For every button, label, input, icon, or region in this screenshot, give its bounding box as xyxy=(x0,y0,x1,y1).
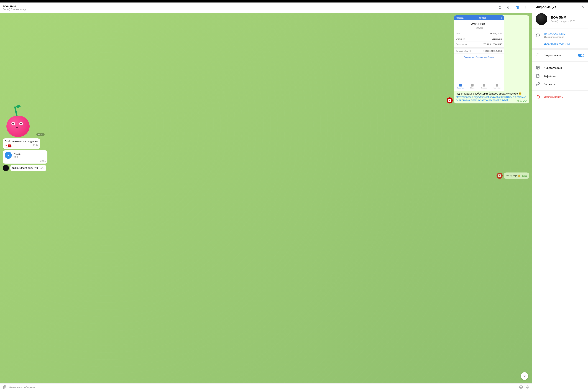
tx-row: ПолучательTDgHLrf...PBWbXUD xyxy=(454,42,504,47)
tx-tab: Браузер xyxy=(481,84,487,89)
message-input[interactable]: Написать сообщение... xyxy=(9,386,516,389)
notifications-label: Уведомления xyxy=(544,54,574,57)
info-title: Информация xyxy=(536,5,556,9)
tx-tab: Настройки xyxy=(493,84,501,89)
message-time: 18:44 xyxy=(517,100,522,102)
avatar[interactable] xyxy=(3,165,9,171)
username-value: @BOAAAA_SMM xyxy=(544,32,566,35)
file-icon xyxy=(536,74,540,78)
profile-avatar[interactable] xyxy=(536,13,547,25)
add-contact-button[interactable]: ДОБАВИТЬ КОНТАКТ xyxy=(532,40,588,47)
message-time: 18:51 xyxy=(40,160,46,162)
message-incoming[interactable]: Окей, начинаю посты делать ❤ 18:44 xyxy=(3,138,40,149)
hand-icon xyxy=(536,95,540,99)
search-icon[interactable] xyxy=(497,4,503,11)
sidebar-toggle-icon[interactable] xyxy=(514,4,520,11)
files-row[interactable]: 6 файлов xyxy=(532,72,588,80)
chat-header: BOA SMM был(а) 8 минут назад xyxy=(0,2,532,13)
message-outgoing[interactable]: ‹ Назад Перевод ⇪ -200 USDT ≈ 199,98 $ Д… xyxy=(454,15,529,103)
svg-point-2 xyxy=(526,6,526,7)
message-text: Окей, начинаю посты делать xyxy=(5,140,38,143)
tx-tab: Кошелек xyxy=(457,84,464,89)
message-outgoing[interactable]: да, супер 👍 18:51 xyxy=(504,173,529,179)
messages-area: ‹ Назад Перевод ⇪ -200 USDT ≈ 199,98 $ Д… xyxy=(0,13,532,383)
block-row[interactable]: Заблокировать xyxy=(532,93,588,101)
attached-screenshot[interactable]: ‹ Назад Перевод ⇪ -200 USDT ≈ 199,98 $ Д… xyxy=(454,15,504,91)
tx-nav-back: ‹ Назад xyxy=(456,16,463,19)
file-download-icon[interactable] xyxy=(5,152,12,159)
avatar[interactable] xyxy=(497,173,503,179)
avatar[interactable] xyxy=(447,98,453,103)
scroll-down-button[interactable] xyxy=(521,372,528,380)
chat-header-title[interactable]: BOA SMM был(а) 8 минут назад xyxy=(3,5,497,10)
svg-point-7 xyxy=(519,385,522,389)
message-time: 18:51 xyxy=(522,175,527,177)
message-text: да, супер 👍 xyxy=(506,174,520,177)
tx-row-fee: Сетевой сбор ⓘ13,5366 TRX (1,00 $) xyxy=(454,49,504,54)
tx-tab: Обзор xyxy=(470,84,475,89)
call-icon[interactable] xyxy=(505,4,512,11)
username-label: Имя пользователя xyxy=(544,36,566,38)
block-label: Заблокировать xyxy=(544,95,584,98)
emoji-icon[interactable] xyxy=(519,385,523,390)
sticker-time: 18:44 xyxy=(36,133,45,136)
bell-icon xyxy=(536,53,540,57)
voice-icon[interactable] xyxy=(525,385,529,390)
tx-amount: -200 USDT xyxy=(454,20,504,27)
file-name: 7ку.txt xyxy=(13,152,46,156)
composer: Написать сообщение... xyxy=(0,383,532,391)
links-row[interactable]: 3 ссылки xyxy=(532,80,588,88)
message-incoming[interactable]: так выглядит если что 18:51 xyxy=(10,165,46,171)
image-icon xyxy=(536,66,540,70)
tx-share-icon: ⇪ xyxy=(501,16,502,19)
notifications-toggle[interactable] xyxy=(578,54,584,57)
svg-point-3 xyxy=(526,7,526,8)
files-label: 6 файлов xyxy=(544,75,584,78)
message-text: так выглядит если что xyxy=(12,166,38,169)
profile-block[interactable]: BOA SMM был(а) сегодня в 19:51 xyxy=(532,12,588,28)
username-row[interactable]: @BOAAAA_SMM Имя пользователя xyxy=(532,30,588,40)
message-text: Гуд, отправил с небольшим бонусом сверху… xyxy=(456,92,521,95)
tx-sub: ≈ 199,98 $ xyxy=(454,27,504,31)
file-message[interactable]: 7ку.txt 55 B 18:51 xyxy=(3,150,47,164)
message-time: 18:51 xyxy=(39,167,45,170)
photos-row[interactable]: 1 фотография xyxy=(532,64,588,72)
message-time: 18:44 xyxy=(33,144,38,147)
message-link[interactable]: https://tronscan.org/#/transaction/4ad6a… xyxy=(456,96,526,102)
file-size: 55 B xyxy=(13,155,46,158)
svg-point-10 xyxy=(537,67,538,68)
info-icon xyxy=(536,33,540,37)
profile-name: BOA SMM xyxy=(551,16,575,19)
photos-label: 1 фотография xyxy=(544,66,584,69)
contact-status: был(а) 8 минут назад xyxy=(3,8,497,10)
profile-status: был(а) сегодня в 19:51 xyxy=(551,20,575,22)
notifications-row[interactable]: Уведомления xyxy=(532,51,588,59)
info-panel: Информация BOA SMM был(а) сегодня в 19:5… xyxy=(532,2,588,391)
tx-row: ДатаСегодня, 18:43 xyxy=(454,31,504,36)
close-icon[interactable] xyxy=(581,5,585,9)
attach-icon[interactable] xyxy=(2,385,6,390)
read-check-icon: ✓✓ xyxy=(523,99,527,103)
more-icon[interactable] xyxy=(522,4,529,11)
svg-point-4 xyxy=(526,8,526,9)
tx-row: Статус ⓘЗавершено xyxy=(454,36,504,42)
contact-name: BOA SMM xyxy=(3,5,497,8)
svg-point-0 xyxy=(499,6,501,8)
cherry-sticker[interactable] xyxy=(3,105,35,137)
svg-rect-1 xyxy=(516,6,519,9)
tx-nav-title: Перевод xyxy=(478,16,486,19)
link-icon xyxy=(536,82,540,86)
reaction[interactable]: ❤ xyxy=(5,144,12,148)
tx-explorer-link: Просмотр в обозревателе блоков xyxy=(454,54,504,61)
links-label: 3 ссылки xyxy=(544,83,584,86)
